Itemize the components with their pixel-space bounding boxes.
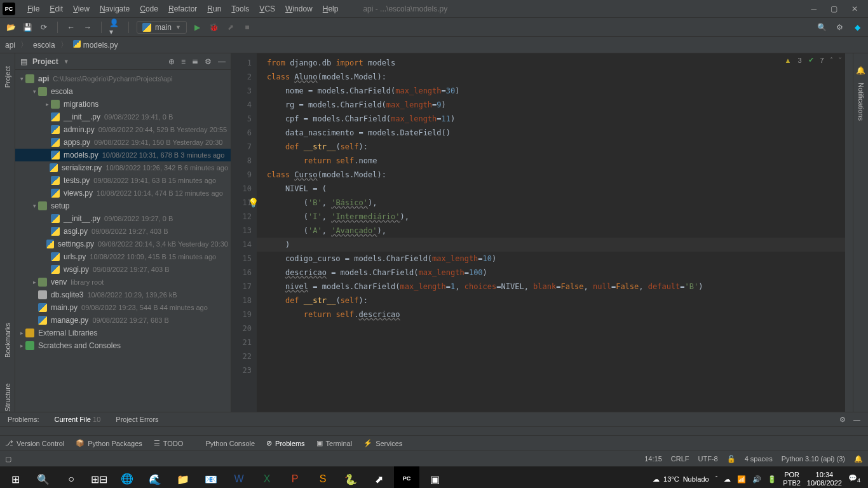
cmd-icon[interactable]: ▣ bbox=[422, 466, 447, 488]
menu-tools[interactable]: Tools bbox=[227, 3, 254, 15]
problems-tab-current-file[interactable]: Current File 10 bbox=[55, 416, 101, 423]
battery-icon[interactable]: 🔋 bbox=[768, 475, 776, 484]
problems-tool-button[interactable]: ⊘Problems bbox=[266, 439, 304, 447]
close-icon[interactable]: ✕ bbox=[851, 4, 858, 13]
pycharm-taskbar-icon[interactable]: PC bbox=[394, 466, 419, 488]
menu-file[interactable]: File bbox=[23, 3, 44, 15]
terminal-tool-button[interactable]: ▣Terminal bbox=[316, 439, 353, 447]
tree-row[interactable]: __init__.py09/08/2022 19:27, 0 B bbox=[15, 212, 231, 225]
readonly-icon[interactable]: 🔓 bbox=[727, 455, 736, 463]
python-console-tool-button[interactable]: Python Console bbox=[194, 440, 255, 447]
menu-view[interactable]: View bbox=[69, 3, 94, 15]
task-view-icon[interactable]: ⊞⊟ bbox=[86, 466, 112, 488]
search-icon[interactable]: 🔍 bbox=[816, 22, 827, 33]
tree-row[interactable]: urls.py10/08/2022 10:09, 415 B 15 minute… bbox=[15, 250, 231, 263]
search-icon[interactable]: 🔍 bbox=[31, 466, 56, 488]
start-button[interactable]: ⊞ bbox=[3, 466, 28, 488]
tree-row[interactable]: tests.py09/08/2022 19:41, 63 B 15 minute… bbox=[15, 174, 231, 187]
tree-row[interactable]: ▸External Libraries bbox=[15, 327, 231, 339]
outlook-icon[interactable]: 📧 bbox=[198, 466, 224, 488]
menu-window[interactable]: Window bbox=[281, 3, 317, 15]
python-interpreter[interactable]: Python 3.10 (api) (3) bbox=[782, 455, 845, 463]
tree-row[interactable]: ▾setup bbox=[15, 200, 231, 212]
tree-row[interactable]: ▸Scratches and Consoles bbox=[15, 339, 231, 352]
user-icon[interactable]: 👤▾ bbox=[109, 22, 121, 33]
chevron-down-icon[interactable]: ▼ bbox=[64, 58, 69, 65]
menu-edit[interactable]: Edit bbox=[45, 3, 67, 15]
python-packages-tool-button[interactable]: 📦Python Packages bbox=[76, 439, 142, 447]
coverage-icon[interactable]: ⬈ bbox=[225, 22, 236, 33]
tree-row[interactable]: main.py09/08/2022 19:23, 544 B 44 minute… bbox=[15, 301, 231, 314]
tree-row[interactable]: models.py10/08/2022 10:31, 678 B 3 minut… bbox=[15, 149, 231, 161]
weather-widget[interactable]: ☁ 13°C Nublado bbox=[653, 475, 709, 484]
tree-row[interactable]: ▾apiC:\Users\Rogério\PycharmProjects\api bbox=[15, 72, 231, 85]
explorer-icon[interactable]: 📁 bbox=[170, 466, 196, 488]
run-icon[interactable]: ▶ bbox=[192, 22, 203, 33]
tree-row[interactable]: admin.py09/08/2022 20:44, 529 B Yesterda… bbox=[15, 123, 231, 136]
intention-bulb-icon[interactable]: 💡 bbox=[248, 196, 259, 210]
menu-vcs[interactable]: VCS bbox=[255, 3, 280, 15]
tree-row[interactable]: apps.py09/08/2022 19:41, 150 B Yesterday… bbox=[15, 136, 231, 149]
menu-run[interactable]: Run bbox=[203, 3, 226, 15]
settings-icon[interactable]: ⚙ bbox=[834, 22, 845, 33]
tree-row[interactable]: db.sqlite310/08/2022 10:29, 139,26 kB bbox=[15, 288, 231, 301]
todo-tool-button[interactable]: ☰TODO bbox=[154, 439, 184, 447]
menu-refactor[interactable]: Refactor bbox=[164, 3, 201, 15]
problems-tab-project-errors[interactable]: Project Errors bbox=[116, 416, 158, 423]
menu-help[interactable]: Help bbox=[318, 3, 343, 15]
breadcrumb-file[interactable]: models.py bbox=[73, 40, 118, 50]
file-encoding[interactable]: UTF-8 bbox=[698, 455, 718, 463]
hide-icon[interactable]: — bbox=[853, 416, 860, 424]
editor-scrollbar[interactable] bbox=[845, 53, 853, 412]
services-tool-button[interactable]: ⚡Services bbox=[363, 439, 402, 447]
edge-icon[interactable]: 🌊 bbox=[142, 466, 168, 488]
menu-navigate[interactable]: Navigate bbox=[95, 3, 134, 15]
tree-row[interactable]: manage.py09/08/2022 19:27, 683 B bbox=[15, 314, 231, 327]
indent-settings[interactable]: 4 spaces bbox=[745, 455, 773, 463]
breadcrumb-root[interactable]: api bbox=[5, 41, 15, 50]
run-config-selector[interactable]: main ▼ bbox=[137, 21, 187, 34]
tree-row[interactable]: asgi.py09/08/2022 19:27, 403 B bbox=[15, 225, 231, 238]
hide-icon[interactable]: — bbox=[218, 57, 226, 66]
toolbox-icon[interactable]: ◆ bbox=[851, 22, 863, 33]
project-tool-button[interactable]: Project bbox=[4, 66, 11, 88]
cursor-position[interactable]: 14:15 bbox=[644, 455, 662, 463]
tree-row[interactable]: __init__.py09/08/2022 19:41, 0 B bbox=[15, 111, 231, 123]
forward-icon[interactable]: → bbox=[82, 22, 93, 33]
stop-icon[interactable]: ■ bbox=[241, 22, 253, 33]
minimize-icon[interactable]: ─ bbox=[811, 4, 817, 13]
action-center-icon[interactable]: 💬4 bbox=[848, 474, 860, 484]
gear-icon[interactable]: ⚙ bbox=[205, 57, 212, 66]
onedrive-icon[interactable]: ☁ bbox=[724, 475, 731, 484]
bell-icon[interactable]: 🔔 bbox=[856, 66, 865, 75]
tree-row[interactable]: ▾escola bbox=[15, 85, 231, 98]
wifi-icon[interactable]: 📶 bbox=[737, 475, 746, 484]
back-icon[interactable]: ← bbox=[65, 22, 77, 33]
expand-icon[interactable]: ≡ bbox=[181, 57, 186, 66]
line-separator[interactable]: CRLF bbox=[671, 455, 689, 463]
tree-row[interactable]: ▸venvlibrary root bbox=[15, 276, 231, 288]
save-icon[interactable]: 💾 bbox=[22, 22, 33, 33]
status-widget-icon[interactable]: ▢ bbox=[5, 455, 11, 463]
excel-icon[interactable]: X bbox=[254, 466, 280, 488]
tree-row[interactable]: serializer.py10/08/2022 10:26, 342 B 6 m… bbox=[15, 161, 231, 174]
breadcrumb-folder[interactable]: escola bbox=[33, 41, 55, 50]
tree-row[interactable]: wsgi.py09/08/2022 19:27, 403 B bbox=[15, 263, 231, 276]
app-icon[interactable]: ⬈ bbox=[366, 466, 391, 488]
notifications-status-icon[interactable]: 🔔 bbox=[854, 455, 863, 463]
collapse-icon[interactable]: ≣ bbox=[192, 57, 198, 66]
tray-chevron-icon[interactable]: ˆ bbox=[715, 475, 718, 483]
chrome-icon[interactable]: 🌐 bbox=[114, 466, 140, 488]
bookmarks-tool-button[interactable]: Bookmarks bbox=[4, 323, 11, 358]
python-taskbar-icon[interactable]: 🐍 bbox=[338, 466, 363, 488]
locate-icon[interactable]: ⊕ bbox=[168, 57, 175, 66]
word-icon[interactable]: W bbox=[226, 466, 252, 488]
project-tree[interactable]: ▾apiC:\Users\Rogério\PycharmProjects\api… bbox=[15, 70, 231, 412]
sublime-icon[interactable]: S bbox=[310, 466, 336, 488]
menu-code[interactable]: Code bbox=[135, 3, 163, 15]
reload-icon[interactable]: ⟳ bbox=[38, 22, 50, 33]
notifications-tool-button[interactable]: Notifications bbox=[857, 83, 865, 121]
maximize-icon[interactable]: ▢ bbox=[831, 4, 837, 13]
clock[interactable]: 10:3410/08/2022 bbox=[807, 471, 842, 487]
cortana-icon[interactable]: ○ bbox=[58, 466, 84, 488]
